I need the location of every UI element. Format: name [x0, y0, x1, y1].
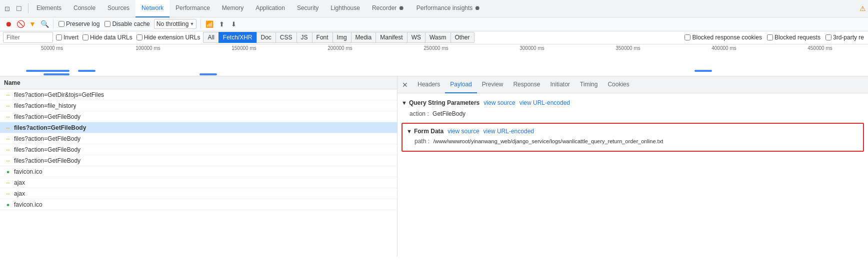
filter-btn[interactable]: ▼	[27, 18, 38, 29]
tl-label-2: 100000 ms	[100, 45, 196, 51]
filter-btn-wasm[interactable]: Wasm	[425, 32, 450, 43]
request-icon-orange: ↔	[4, 190, 12, 198]
request-row[interactable]: ↔ files?action=file_history	[0, 100, 397, 111]
timeline-labels: 50000 ms 100000 ms 150000 ms 200000 ms 2…	[0, 45, 868, 51]
filter-btn-manifest[interactable]: Manifest	[376, 32, 406, 43]
tab-sources[interactable]: Sources	[102, 0, 136, 17]
blocked-requests-label[interactable]: Blocked requests	[767, 34, 820, 41]
query-toggle-icon[interactable]: ▼	[402, 100, 407, 106]
third-party-checkbox[interactable]	[826, 34, 832, 40]
filter-btn-all[interactable]: All	[203, 32, 218, 43]
hide-data-label[interactable]: Hide data URLs	[82, 34, 132, 41]
clear-btn[interactable]: 🚫	[15, 18, 26, 29]
download-icon[interactable]: ⬇	[228, 18, 239, 29]
tab-application[interactable]: Application	[250, 0, 291, 17]
right-tab-timing[interactable]: Timing	[575, 76, 603, 93]
disable-cache-group: Disable cache	[104, 20, 150, 27]
tab-bar-right: ⚠	[860, 4, 866, 12]
request-row[interactable]: ↔ files?action=GetFileBody	[0, 155, 397, 166]
request-name: favicon.ico	[14, 168, 42, 175]
preserve-log-checkbox[interactable]	[58, 21, 64, 27]
request-icon-orange: ↔	[4, 146, 12, 154]
timeline-bar-5	[694, 70, 712, 72]
third-party-label[interactable]: 3rd-party re	[826, 34, 864, 41]
hide-ext-label[interactable]: Hide extension URLs	[136, 34, 200, 41]
tl-label-8: 400000 ms	[676, 45, 772, 51]
invert-label[interactable]: Invert	[56, 34, 78, 41]
tl-label-3: 150000 ms	[196, 45, 292, 51]
request-row[interactable]: ↔ files?action=GetFileBody	[0, 133, 397, 144]
right-tab-response[interactable]: Response	[508, 76, 545, 93]
record-btn[interactable]: ⏺	[3, 18, 14, 29]
disable-cache-checkbox[interactable]	[104, 21, 110, 27]
request-row[interactable]: ● favicon.ico	[0, 199, 397, 210]
request-row[interactable]: ↔ ajax	[0, 177, 397, 188]
request-icon-orange: ↔	[4, 113, 12, 121]
query-view-source-link[interactable]: view source	[484, 99, 515, 106]
right-tab-cookies[interactable]: Cookies	[602, 76, 634, 93]
filter-btn-fetch[interactable]: Fetch/XHR	[218, 32, 256, 43]
blocked-response-label[interactable]: Blocked response cookies	[684, 34, 762, 41]
request-name: ajax	[14, 190, 25, 197]
form-param-colon-0: :	[428, 138, 430, 145]
right-tab-payload[interactable]: Payload	[445, 76, 476, 93]
filter-type-buttons: All Fetch/XHR Doc CSS JS Font Img Media …	[203, 32, 474, 43]
filter-btn-media[interactable]: Media	[351, 32, 376, 43]
tab-performance[interactable]: Performance	[170, 0, 216, 17]
tab-lighthouse[interactable]: Lighthouse	[324, 0, 366, 17]
request-row[interactable]: ↔ ajax	[0, 188, 397, 199]
warning-icon: ⚠	[860, 4, 866, 12]
request-name: files?action=file_history	[14, 102, 76, 109]
right-tab-headers[interactable]: Headers	[412, 76, 445, 93]
filter-btn-doc[interactable]: Doc	[256, 32, 276, 43]
form-view-encoded-link[interactable]: view URL-encoded	[484, 128, 534, 135]
request-icon-orange: ↔	[4, 135, 12, 143]
hide-ext-checkbox[interactable]	[136, 34, 142, 40]
wifi-icon[interactable]: 📶	[204, 18, 215, 29]
requests-header-name: Name	[4, 79, 20, 86]
request-row[interactable]: ● favicon.ico	[0, 166, 397, 177]
upload-icon[interactable]: ⬆	[216, 18, 227, 29]
request-icon-orange: ↔	[4, 102, 12, 110]
request-name: files?action=GetFileBody	[14, 135, 80, 142]
invert-checkbox[interactable]	[56, 34, 62, 40]
close-panel-btn[interactable]: ✕	[400, 79, 410, 90]
tab-memory[interactable]: Memory	[216, 0, 250, 17]
filter-input[interactable]	[3, 32, 53, 43]
form-toggle-icon[interactable]: ▼	[406, 128, 412, 134]
tab-console[interactable]: Console	[68, 0, 102, 17]
query-view-encoded-link[interactable]: view URL-encoded	[520, 99, 570, 106]
request-row[interactable]: ↔ files?action=GetDir&tojs=GetFiles	[0, 89, 397, 100]
filter-btn-js[interactable]: JS	[296, 32, 312, 43]
right-tab-initiator[interactable]: Initiator	[545, 76, 574, 93]
filter-btn-font[interactable]: Font	[312, 32, 332, 43]
form-param-row-0: path : /www/wwwroot/yinanwang_web/django…	[402, 136, 863, 147]
filter-btn-css[interactable]: CSS	[276, 32, 296, 43]
tab-recorder[interactable]: Recorder ⏺	[366, 0, 410, 17]
device-icon[interactable]: ☐	[14, 3, 24, 13]
hide-data-checkbox[interactable]	[82, 34, 88, 40]
filter-btn-img[interactable]: Img	[332, 32, 351, 43]
preserve-log-label[interactable]: Preserve log	[58, 20, 100, 27]
filter-btn-other[interactable]: Other	[450, 32, 474, 43]
right-tab-preview[interactable]: Preview	[477, 76, 508, 93]
throttle-arrow: ▼	[190, 21, 194, 26]
filter-btn-ws[interactable]: WS	[407, 32, 425, 43]
throttle-select[interactable]: No throttling ▼	[154, 19, 197, 29]
tab-elements[interactable]: Elements	[30, 0, 68, 17]
request-row-selected[interactable]: ↔ files?action=GetFileBody	[0, 122, 397, 133]
tab-performance-insights[interactable]: Performance insights ⏺	[410, 0, 486, 17]
tab-network[interactable]: Network	[136, 0, 170, 17]
request-icon-orange: ↔	[4, 91, 12, 99]
request-row[interactable]: ↔ files?action=GetFileBody	[0, 144, 397, 155]
timeline-bar-4	[200, 73, 217, 75]
request-row[interactable]: ↔ files?action=GetFileBody	[0, 111, 397, 122]
tab-security[interactable]: Security	[291, 0, 324, 17]
search-btn[interactable]: 🔍	[39, 18, 50, 29]
form-view-source-link[interactable]: view source	[448, 128, 479, 135]
blocked-requests-checkbox[interactable]	[767, 34, 773, 40]
form-data-title: ▼ Form Data view source view URL-encoded	[402, 127, 863, 136]
inspect-icon[interactable]: ⊡	[2, 3, 12, 13]
disable-cache-label[interactable]: Disable cache	[104, 20, 150, 27]
blocked-response-checkbox[interactable]	[684, 34, 690, 40]
